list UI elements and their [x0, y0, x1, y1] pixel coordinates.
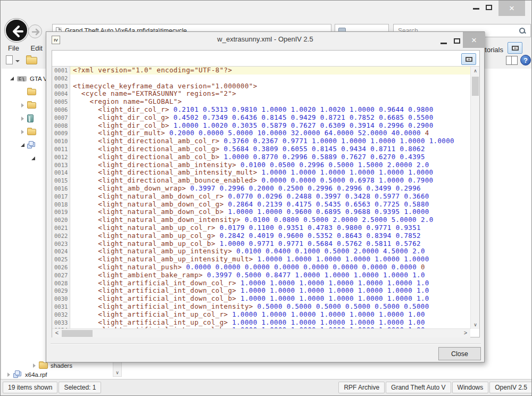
folder-icon — [27, 89, 36, 95]
line-number: 0004 — [52, 90, 70, 98]
collapsed-triangle-icon[interactable] — [19, 130, 26, 134]
minimize-icon[interactable] — [473, 8, 479, 10]
code-line: 0023 <light_natural_amb_up_col_b> 1.0000… — [52, 240, 470, 248]
code-line: 0015 <light_directional_amb_bounce_enabl… — [52, 177, 470, 185]
scroll-right-icon[interactable]: > — [462, 329, 469, 337]
tree-item[interactable] — [2, 125, 47, 138]
code-text: <light_directional_amb_col_r> 0.3760 0.2… — [70, 137, 470, 145]
close-button[interactable]: Close — [438, 347, 481, 360]
code-line: 0020 <light_natural_amb_down_intensity> … — [52, 216, 470, 224]
expanded-triangle-icon[interactable] — [29, 156, 37, 160]
new-file-dropdown-icon[interactable] — [15, 60, 20, 64]
new-file-icon[interactable] — [6, 55, 13, 64]
expanded-triangle-icon[interactable] — [19, 143, 26, 147]
folder-icon — [27, 102, 36, 109]
dialog-titlebar[interactable]: IV w_extrasunny.xml - OpenIV 2.5 × — [46, 32, 484, 48]
maximize-icon[interactable] — [486, 5, 492, 10]
split-view-icon[interactable] — [506, 56, 518, 65]
code-line: 0003<timecycle_keyframe_data version="1.… — [52, 82, 470, 90]
scroll-left-icon[interactable]: < — [53, 329, 61, 337]
code-line: 0026 <light_natural_push> 0.0000 0.0000 … — [52, 263, 470, 271]
close-icon[interactable]: × — [498, 1, 525, 16]
code-line: 0008 <light_dir_col_b> 1.0000 1.0020 0.3… — [52, 122, 470, 130]
line-number: 0019 — [52, 208, 70, 216]
code-line: 0014 <light_directional_amb_intensity_mu… — [52, 169, 470, 177]
scroll-down-icon[interactable]: ∨ — [113, 368, 121, 376]
status-cell: RPF Archive — [338, 382, 385, 393]
dialog-close-icon[interactable]: × — [463, 32, 485, 48]
code-text: <light_directional_amb_col_g> 0.5684 0.3… — [70, 145, 470, 153]
code-line: 0009 <light_dir_mult> 0.2000 0.0000 5.00… — [52, 129, 470, 137]
line-number: 0022 — [52, 232, 70, 240]
code-text: <timecycle_keyframe_data version="1.0000… — [70, 82, 470, 90]
tree-item[interactable] — [2, 85, 47, 98]
collapsed-triangle-icon[interactable] — [19, 103, 26, 108]
vertical-scrollbar[interactable]: ∧ ∨ — [470, 67, 479, 329]
tree-item[interactable] — [2, 98, 47, 112]
code-text: <cycle name="EXTRASUNNY" regions="2"> — [70, 90, 470, 98]
menu-file[interactable]: File — [8, 44, 19, 52]
tree-item-gta-v[interactable]: GTA V — [2, 72, 47, 85]
code-text: <light_ambient_bake_ramp> 0.3997 0.5000 … — [70, 271, 470, 279]
search-icon[interactable] — [519, 27, 526, 35]
line-number: 0015 — [52, 177, 70, 185]
viewer-fullscreen-button[interactable] — [461, 53, 476, 65]
expanded-triangle-icon[interactable] — [8, 77, 15, 80]
code-text: <light_artificial_int_down_col_b> 1.0000… — [70, 295, 470, 303]
code-text: <light_directional_amb_col_b> 1.0000 0.8… — [70, 153, 470, 161]
line-number: 0013 — [52, 161, 70, 169]
code-line: 0001<?xml version="1.0" encoding="UTF-8"… — [52, 67, 470, 75]
dialog-title: w_extrasunny.xml - OpenIV 2.5 — [46, 35, 484, 43]
back-button[interactable] — [5, 19, 28, 42]
code-text: <light_natural_amb_down_col_g> 0.2864 0.… — [70, 201, 470, 209]
code-text: <light_dir_mult> 0.2000 0.0000 5.0000 10… — [70, 129, 470, 137]
code-line: 0028 <light_artificial_int_down_col_r> 1… — [52, 279, 470, 287]
code-text: <light_artificial_int_up_col_g> 1.0000 1… — [70, 319, 470, 327]
status-cell: Windows — [452, 382, 489, 393]
scroll-down-icon[interactable]: ∨ — [471, 320, 480, 329]
horizontal-scrollbar[interactable]: < > — [52, 328, 470, 337]
line-number: 0007 — [52, 114, 70, 122]
openiv-main-window: × Grand Theft Auto V\x64a.rpf\data\timec… — [0, 0, 532, 396]
open-folder-icon[interactable] — [26, 57, 37, 64]
tree-item-label: GTA V — [30, 76, 47, 82]
tree-item[interactable] — [2, 152, 47, 165]
line-number: 0031 — [52, 303, 70, 311]
line-number: 0011 — [52, 145, 70, 153]
code-line: 0019 <light_natural_amb_down_col_b> 1.00… — [52, 208, 470, 216]
monitor-icon — [466, 57, 472, 62]
code-text: <light_natural_push> 0.0000 0.0000 0.000… — [70, 263, 470, 271]
code-line: 0016 <light_amb_down_wrap> 0.3997 0.2996… — [52, 185, 470, 193]
xml-lines[interactable]: 0001<?xml version="1.0" encoding="UTF-8"… — [52, 67, 470, 329]
help-icon[interactable]: ? — [520, 55, 531, 65]
dialog-minimize-icon[interactable] — [440, 43, 447, 44]
vscroll-thumb[interactable] — [472, 77, 479, 96]
code-text: <light_artificial_int_down_intensity> 0.… — [70, 303, 470, 311]
hscroll-thumb[interactable] — [62, 330, 93, 337]
folder-icon — [27, 129, 36, 135]
tree-item[interactable] — [2, 138, 47, 152]
forward-button[interactable] — [28, 24, 42, 38]
archive-teal-icon — [27, 114, 34, 122]
collapsed-triangle-icon[interactable] — [30, 364, 38, 368]
scroll-up-icon[interactable]: ∧ — [471, 67, 480, 75]
line-number: 0009 — [52, 129, 70, 137]
tree-item-label: x64a.rpf — [25, 372, 47, 378]
dialog-maximize-icon[interactable] — [454, 38, 460, 44]
collapsed-triangle-icon[interactable] — [5, 373, 12, 377]
line-number: 0014 — [52, 169, 70, 177]
line-number: 0023 — [52, 240, 70, 248]
status-cell: 19 items shown — [3, 382, 57, 393]
menu-edit[interactable]: Edit — [31, 44, 43, 52]
code-line: 0010 <light_directional_amb_col_r> 0.376… — [52, 137, 470, 145]
code-text: <light_natural_amb_down_col_r> 0.0770 0.… — [70, 193, 470, 201]
fullscreen-button[interactable] — [508, 42, 522, 54]
collapsed-triangle-icon[interactable] — [19, 117, 26, 121]
line-number: 0025 — [52, 255, 70, 263]
tree-item[interactable] — [2, 112, 47, 125]
line-number: 0001 — [52, 67, 70, 75]
code-text: <light_amb_down_wrap> 0.3997 0.2996 0.20… — [70, 185, 470, 193]
tree-item-x64a-rpf[interactable]: x64a.rpf — [2, 370, 72, 379]
code-line: 0032 <light_artificial_int_up_col_r> 1.0… — [52, 311, 470, 319]
code-line: 0024 <light_natural_amb_up_intensity> 0.… — [52, 248, 470, 255]
